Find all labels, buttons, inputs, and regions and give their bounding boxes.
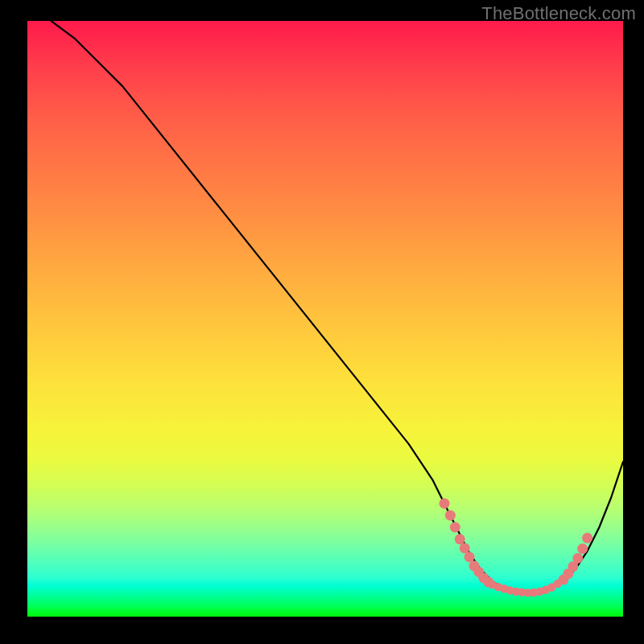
heat-gradient-background bbox=[27, 21, 623, 617]
plot-area bbox=[27, 21, 623, 617]
watermark-label: TheBottleneck.com bbox=[481, 3, 636, 24]
chart-stage: TheBottleneck.com bbox=[0, 0, 644, 644]
